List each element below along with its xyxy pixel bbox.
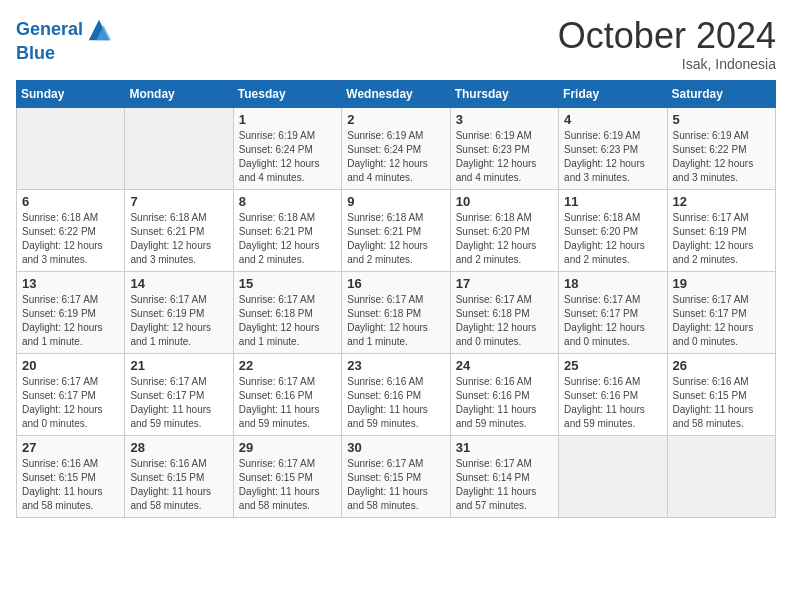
calendar-cell: [17, 107, 125, 189]
calendar-cell: 26Sunrise: 6:16 AM Sunset: 6:15 PM Dayli…: [667, 353, 775, 435]
calendar-cell: 3Sunrise: 6:19 AM Sunset: 6:23 PM Daylig…: [450, 107, 558, 189]
day-number: 4: [564, 112, 661, 127]
calendar-cell: 25Sunrise: 6:16 AM Sunset: 6:16 PM Dayli…: [559, 353, 667, 435]
day-number: 9: [347, 194, 444, 209]
calendar-cell: 1Sunrise: 6:19 AM Sunset: 6:24 PM Daylig…: [233, 107, 341, 189]
day-info: Sunrise: 6:16 AM Sunset: 6:16 PM Dayligh…: [347, 375, 444, 431]
day-info: Sunrise: 6:16 AM Sunset: 6:16 PM Dayligh…: [456, 375, 553, 431]
day-number: 5: [673, 112, 770, 127]
day-number: 7: [130, 194, 227, 209]
day-number: 22: [239, 358, 336, 373]
calendar-cell: 20Sunrise: 6:17 AM Sunset: 6:17 PM Dayli…: [17, 353, 125, 435]
calendar-cell: 12Sunrise: 6:17 AM Sunset: 6:19 PM Dayli…: [667, 189, 775, 271]
day-number: 27: [22, 440, 119, 455]
day-number: 8: [239, 194, 336, 209]
day-number: 15: [239, 276, 336, 291]
calendar-cell: [667, 435, 775, 517]
day-info: Sunrise: 6:18 AM Sunset: 6:21 PM Dayligh…: [130, 211, 227, 267]
calendar-cell: 21Sunrise: 6:17 AM Sunset: 6:17 PM Dayli…: [125, 353, 233, 435]
calendar-cell: 11Sunrise: 6:18 AM Sunset: 6:20 PM Dayli…: [559, 189, 667, 271]
calendar-cell: 23Sunrise: 6:16 AM Sunset: 6:16 PM Dayli…: [342, 353, 450, 435]
day-info: Sunrise: 6:16 AM Sunset: 6:15 PM Dayligh…: [673, 375, 770, 431]
logo-text-blue: Blue: [16, 44, 113, 64]
day-info: Sunrise: 6:17 AM Sunset: 6:17 PM Dayligh…: [130, 375, 227, 431]
day-info: Sunrise: 6:16 AM Sunset: 6:15 PM Dayligh…: [22, 457, 119, 513]
day-number: 17: [456, 276, 553, 291]
calendar-cell: 17Sunrise: 6:17 AM Sunset: 6:18 PM Dayli…: [450, 271, 558, 353]
day-info: Sunrise: 6:17 AM Sunset: 6:14 PM Dayligh…: [456, 457, 553, 513]
day-number: 11: [564, 194, 661, 209]
page-header: General Blue October 2024 Isak, Indonesi…: [16, 16, 776, 72]
day-info: Sunrise: 6:17 AM Sunset: 6:18 PM Dayligh…: [347, 293, 444, 349]
day-number: 16: [347, 276, 444, 291]
calendar-cell: 29Sunrise: 6:17 AM Sunset: 6:15 PM Dayli…: [233, 435, 341, 517]
day-number: 10: [456, 194, 553, 209]
calendar-cell: 31Sunrise: 6:17 AM Sunset: 6:14 PM Dayli…: [450, 435, 558, 517]
day-number: 14: [130, 276, 227, 291]
day-number: 19: [673, 276, 770, 291]
location-subtitle: Isak, Indonesia: [558, 56, 776, 72]
day-info: Sunrise: 6:16 AM Sunset: 6:15 PM Dayligh…: [130, 457, 227, 513]
day-of-week-header: Sunday: [17, 80, 125, 107]
calendar-cell: 16Sunrise: 6:17 AM Sunset: 6:18 PM Dayli…: [342, 271, 450, 353]
day-info: Sunrise: 6:18 AM Sunset: 6:22 PM Dayligh…: [22, 211, 119, 267]
day-info: Sunrise: 6:17 AM Sunset: 6:17 PM Dayligh…: [564, 293, 661, 349]
logo: General Blue: [16, 16, 113, 64]
calendar-cell: 10Sunrise: 6:18 AM Sunset: 6:20 PM Dayli…: [450, 189, 558, 271]
day-number: 30: [347, 440, 444, 455]
day-number: 20: [22, 358, 119, 373]
day-info: Sunrise: 6:17 AM Sunset: 6:18 PM Dayligh…: [456, 293, 553, 349]
day-info: Sunrise: 6:18 AM Sunset: 6:21 PM Dayligh…: [347, 211, 444, 267]
title-block: October 2024 Isak, Indonesia: [558, 16, 776, 72]
day-number: 31: [456, 440, 553, 455]
day-of-week-header: Monday: [125, 80, 233, 107]
calendar-cell: 28Sunrise: 6:16 AM Sunset: 6:15 PM Dayli…: [125, 435, 233, 517]
day-number: 28: [130, 440, 227, 455]
day-number: 21: [130, 358, 227, 373]
calendar-cell: 15Sunrise: 6:17 AM Sunset: 6:18 PM Dayli…: [233, 271, 341, 353]
day-info: Sunrise: 6:18 AM Sunset: 6:21 PM Dayligh…: [239, 211, 336, 267]
day-info: Sunrise: 6:19 AM Sunset: 6:22 PM Dayligh…: [673, 129, 770, 185]
day-info: Sunrise: 6:17 AM Sunset: 6:15 PM Dayligh…: [239, 457, 336, 513]
day-info: Sunrise: 6:19 AM Sunset: 6:23 PM Dayligh…: [564, 129, 661, 185]
day-info: Sunrise: 6:18 AM Sunset: 6:20 PM Dayligh…: [564, 211, 661, 267]
calendar-cell: 18Sunrise: 6:17 AM Sunset: 6:17 PM Dayli…: [559, 271, 667, 353]
day-info: Sunrise: 6:19 AM Sunset: 6:23 PM Dayligh…: [456, 129, 553, 185]
calendar-cell: 27Sunrise: 6:16 AM Sunset: 6:15 PM Dayli…: [17, 435, 125, 517]
day-number: 13: [22, 276, 119, 291]
calendar-table: SundayMondayTuesdayWednesdayThursdayFrid…: [16, 80, 776, 518]
month-title: October 2024: [558, 16, 776, 56]
day-of-week-header: Thursday: [450, 80, 558, 107]
day-info: Sunrise: 6:19 AM Sunset: 6:24 PM Dayligh…: [239, 129, 336, 185]
day-number: 18: [564, 276, 661, 291]
calendar-cell: 6Sunrise: 6:18 AM Sunset: 6:22 PM Daylig…: [17, 189, 125, 271]
day-number: 3: [456, 112, 553, 127]
logo-text: General: [16, 20, 83, 40]
day-info: Sunrise: 6:17 AM Sunset: 6:18 PM Dayligh…: [239, 293, 336, 349]
day-info: Sunrise: 6:18 AM Sunset: 6:20 PM Dayligh…: [456, 211, 553, 267]
day-info: Sunrise: 6:16 AM Sunset: 6:16 PM Dayligh…: [564, 375, 661, 431]
calendar-cell: 7Sunrise: 6:18 AM Sunset: 6:21 PM Daylig…: [125, 189, 233, 271]
day-number: 12: [673, 194, 770, 209]
calendar-cell: [125, 107, 233, 189]
day-number: 23: [347, 358, 444, 373]
day-info: Sunrise: 6:17 AM Sunset: 6:16 PM Dayligh…: [239, 375, 336, 431]
day-of-week-header: Friday: [559, 80, 667, 107]
calendar-cell: 14Sunrise: 6:17 AM Sunset: 6:19 PM Dayli…: [125, 271, 233, 353]
day-info: Sunrise: 6:17 AM Sunset: 6:19 PM Dayligh…: [673, 211, 770, 267]
day-info: Sunrise: 6:17 AM Sunset: 6:15 PM Dayligh…: [347, 457, 444, 513]
calendar-cell: 5Sunrise: 6:19 AM Sunset: 6:22 PM Daylig…: [667, 107, 775, 189]
day-info: Sunrise: 6:17 AM Sunset: 6:19 PM Dayligh…: [130, 293, 227, 349]
day-of-week-header: Wednesday: [342, 80, 450, 107]
day-number: 2: [347, 112, 444, 127]
day-info: Sunrise: 6:19 AM Sunset: 6:24 PM Dayligh…: [347, 129, 444, 185]
day-info: Sunrise: 6:17 AM Sunset: 6:17 PM Dayligh…: [673, 293, 770, 349]
calendar-cell: 13Sunrise: 6:17 AM Sunset: 6:19 PM Dayli…: [17, 271, 125, 353]
calendar-cell: 19Sunrise: 6:17 AM Sunset: 6:17 PM Dayli…: [667, 271, 775, 353]
calendar-cell: 2Sunrise: 6:19 AM Sunset: 6:24 PM Daylig…: [342, 107, 450, 189]
calendar-cell: 30Sunrise: 6:17 AM Sunset: 6:15 PM Dayli…: [342, 435, 450, 517]
day-of-week-header: Tuesday: [233, 80, 341, 107]
calendar-cell: 4Sunrise: 6:19 AM Sunset: 6:23 PM Daylig…: [559, 107, 667, 189]
calendar-cell: [559, 435, 667, 517]
day-number: 25: [564, 358, 661, 373]
